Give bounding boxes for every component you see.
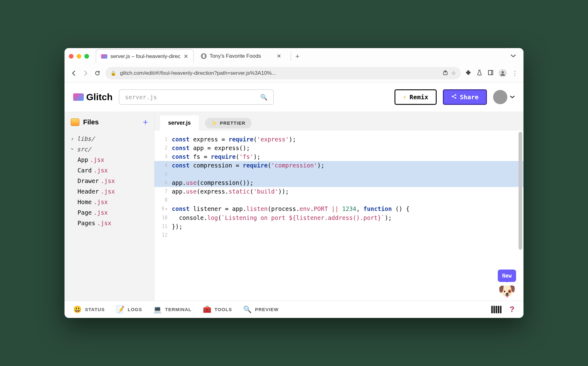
menu-icon[interactable]: ⋮ [512,69,518,77]
line-number: 12 [154,231,172,239]
reader-icon[interactable] [488,69,494,77]
main-area: Files + › libs/ › src/ App.jsxCard.jsxDr… [65,112,523,301]
line-number: 8 [154,196,172,204]
forward-button[interactable] [82,69,89,77]
search-placeholder: server.js [125,94,157,100]
piano-icon[interactable] [491,306,502,313]
prettier-button[interactable]: ✨ PRETTIER [205,118,252,128]
bolt-icon: ⚡ [403,93,407,101]
code-line[interactable]: 3const fs = require('fs'); [154,152,523,161]
status-button[interactable]: 😃STATUS [73,306,105,314]
folder-libs[interactable]: › libs/ [68,133,150,144]
share-label: Share [460,93,479,101]
code-editor[interactable]: 1const express = require('express');2con… [154,131,523,301]
files-header: Files + [65,112,154,132]
editor-tab-active[interactable]: server.js [160,115,199,131]
share-page-icon[interactable] [443,70,448,77]
mascot[interactable]: New 🐶 [498,270,516,298]
url-text: glitch.com/edit/#!/foul-heavenly-directi… [120,70,439,76]
mascot-bubble: New [498,270,516,282]
notepad-icon: 📝 [116,306,125,314]
svg-point-4 [452,96,453,97]
glitch-logo[interactable]: Glitch [73,92,113,102]
editor-pane: server.js ✨ PRETTIER 1const express = re… [154,112,523,301]
share-button[interactable]: Share [443,89,487,105]
app-header: Glitch server.js 🔍 ⚡ Remix Share [65,83,523,112]
chevron-down-icon: › [69,147,76,152]
labs-icon[interactable] [476,69,483,77]
file-item[interactable]: Card.jsx [68,165,150,176]
smiley-icon: 😃 [73,306,82,314]
line-number: 9▾ [154,204,172,213]
files-drawer-icon [71,118,79,126]
svg-point-5 [455,94,456,96]
favicon-icon [101,54,107,59]
code-line[interactable]: 9▾const listener = app.listen(process.en… [154,204,523,213]
close-window-icon[interactable] [69,54,74,59]
preview-button[interactable]: 🔍PREVIEW [243,306,278,314]
extensions-icon[interactable] [465,69,471,77]
browser-window: server.js – foul-heavenly-direc ✕ Tony's… [65,48,523,318]
globe-icon [201,53,207,59]
line-number: 6 [154,178,172,187]
dog-icon: 🐶 [498,284,516,298]
tools-button[interactable]: 🧰TOOLS [203,306,232,314]
code-line[interactable]: 12 [154,231,523,239]
browser-tab-active[interactable]: server.js – foul-heavenly-direc ✕ [96,49,194,63]
file-item[interactable]: App.jsx [68,154,150,165]
search-icon: 🔍 [260,94,268,101]
close-tab-icon[interactable]: ✕ [277,53,281,60]
remix-button[interactable]: ⚡ Remix [394,89,437,105]
maximize-window-icon[interactable] [84,54,89,59]
code-line[interactable]: 2const app = express(); [154,144,523,152]
magnifier-icon: 🔍 [243,306,252,314]
minimize-window-icon[interactable] [77,54,81,59]
bookmark-icon[interactable]: ☆ [451,70,456,77]
file-item[interactable]: Page.jsx [68,207,150,218]
code-line[interactable]: 10 console.log(`Listening on port ${list… [154,213,523,222]
window-controls [69,54,89,59]
code-line[interactable]: 7app.use(express.static('build')); [154,187,523,196]
glitch-logo-text: Glitch [86,92,113,102]
close-tab-icon[interactable]: ✕ [184,53,188,60]
laptop-icon: 💻 [153,306,162,314]
file-item[interactable]: Header.jsx [68,186,150,197]
profile-icon[interactable] [499,69,507,77]
file-tree: › libs/ › src/ App.jsxCard.jsxDrawer.jsx… [65,132,154,230]
file-item[interactable]: Pages.jsx [68,218,150,228]
file-item[interactable]: Drawer.jsx [68,176,150,186]
prettier-label: PRETTIER [220,120,245,126]
back-button[interactable] [70,69,78,77]
chevron-right-icon: › [70,135,75,142]
files-title: Files [83,118,99,126]
file-item[interactable]: Home.jsx [68,197,150,207]
address-bar[interactable]: 🔒 glitch.com/edit/#!/foul-heavenly-direc… [105,67,461,79]
code-line[interactable]: 5 [154,170,523,178]
editor-filename: server.js [168,120,191,126]
code-line[interactable]: 6app.use(compression()); [154,178,523,187]
line-number: 3 [154,152,172,161]
toolbox-icon: 🧰 [203,306,212,314]
scrollbar[interactable] [519,132,522,250]
profile-menu[interactable] [493,90,515,104]
help-icon[interactable]: ? [510,305,515,314]
new-tab-button[interactable]: ＋ [291,51,300,61]
terminal-button[interactable]: 💻TERMINAL [153,306,192,314]
lock-icon: 🔒 [110,70,116,76]
logs-button[interactable]: 📝LOGS [116,306,142,314]
folder-src[interactable]: › src/ [68,144,150,154]
code-line[interactable]: 1const express = require('express'); [154,135,523,144]
footer: 😃STATUS 📝LOGS 💻TERMINAL 🧰TOOLS 🔍PREVIEW … [65,301,523,318]
tabs-dropdown-icon[interactable] [510,53,516,59]
code-line[interactable]: 8 [154,196,523,204]
code-line[interactable]: 11}); [154,222,523,231]
browser-toolbar: 🔒 glitch.com/edit/#!/foul-heavenly-direc… [65,64,523,82]
browser-tab[interactable]: Tony's Favorite Foods ✕ [196,49,286,63]
search-input[interactable]: server.js 🔍 [119,89,274,105]
add-file-button[interactable]: + [143,117,148,127]
code-line[interactable]: 4const compression = require('compressio… [154,161,523,170]
share-icon [451,93,457,101]
browser-chrome: server.js – foul-heavenly-direc ✕ Tony's… [65,48,523,83]
reload-button[interactable] [94,69,101,77]
tab-title: Tony's Favorite Foods [210,53,261,59]
